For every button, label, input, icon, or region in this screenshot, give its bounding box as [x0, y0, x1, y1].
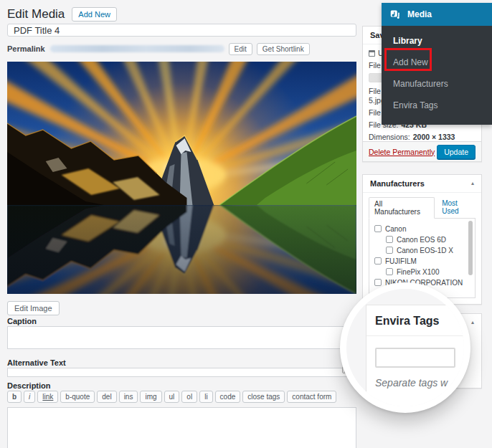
menu-header-label: Media	[407, 9, 432, 19]
sunset-lake-image	[7, 62, 356, 294]
manufacturer-label: Canon EOS-1D X	[397, 247, 453, 254]
update-button[interactable]: Update	[437, 145, 476, 159]
tab-most-used[interactable]: Most Used	[442, 199, 476, 218]
manufacturer-label: FinePix X100	[397, 268, 439, 276]
quicktags-toolbar: b i link b-quote del ins img ul ol li co…	[7, 391, 336, 403]
menu-item-envira-tags[interactable]: Envira Tags	[382, 95, 492, 116]
magnified-panel-title: Envira Tags	[366, 305, 470, 336]
calendar-icon	[369, 50, 375, 57]
menu-item-manufacturers[interactable]: Manufacturers	[382, 73, 492, 95]
checkbox[interactable]	[386, 247, 393, 254]
permalink-row: Permalink Edit Get Shortlink	[7, 43, 310, 54]
manufacturers-panel-header[interactable]: Manufacturers ▴	[363, 175, 481, 193]
magnified-hint-text: Separate tags w	[375, 377, 470, 389]
permalink-edit-button[interactable]: Edit	[229, 43, 252, 55]
qt-bquote-button[interactable]: b-quote	[60, 391, 95, 403]
qt-code-button[interactable]: code	[215, 391, 241, 403]
qt-ins-button[interactable]: ins	[119, 391, 138, 403]
media-image-preview	[7, 62, 356, 294]
save-panel-footer: Delete Permanently Update	[363, 141, 481, 161]
manufacturer-row: Canon EOS 6D	[386, 234, 475, 244]
qt-contact-form-button[interactable]: contact form	[287, 391, 336, 403]
qt-li-button[interactable]: li	[199, 391, 212, 403]
description-textarea[interactable]	[7, 407, 356, 448]
caption-label: Caption	[7, 317, 37, 325]
checkbox[interactable]	[374, 279, 382, 286]
add-new-button[interactable]: Add New	[72, 7, 117, 22]
manufacturer-row: FUJIFILM	[374, 256, 475, 266]
edit-media-screen: Edit Media Add New Permalink Edit Get Sh…	[0, 0, 492, 448]
manufacturer-row: Canon	[374, 224, 475, 234]
manufacturer-row: Canon EOS-1D X	[386, 245, 475, 255]
checkbox[interactable]	[386, 268, 393, 275]
magnified-envira-tags-panel: Envira Tags Separate tags w	[366, 305, 470, 413]
dimensions-label: Dimensions:	[369, 133, 410, 141]
menu-header-media[interactable]: Media	[382, 3, 492, 26]
qt-del-button[interactable]: del	[97, 391, 116, 403]
tab-all-manufacturers[interactable]: All Manufacturers	[369, 197, 435, 219]
get-shortlink-button[interactable]: Get Shortlink	[257, 43, 310, 55]
magnified-tags-input[interactable]	[375, 348, 455, 368]
caption-textarea[interactable]	[7, 326, 356, 349]
alt-text-label: Alternative Text	[7, 358, 66, 367]
manufacturers-tabs: All Manufacturers Most Used	[369, 197, 476, 218]
collapse-arrow-icon[interactable]: ▴	[471, 181, 474, 186]
collapse-arrow-icon[interactable]: ▴	[471, 320, 474, 325]
menu-item-library[interactable]: Library	[382, 30, 492, 52]
qt-link-button[interactable]: link	[37, 391, 58, 403]
menu-item-add-new[interactable]: Add New	[382, 52, 492, 73]
menu-body: Library Add New Manufacturers Envira Tag…	[382, 26, 492, 125]
checkbox[interactable]	[374, 225, 382, 232]
checkbox[interactable]	[386, 236, 393, 243]
magnifier-callout: Envira Tags Separate tags w	[340, 282, 470, 413]
media-icon	[390, 9, 401, 20]
manufacturer-label: Canon EOS 6D	[397, 236, 446, 244]
list-scrollbar[interactable]	[468, 221, 473, 295]
manufacturers-panel-title: Manufacturers	[370, 179, 425, 188]
qt-ol-button[interactable]: ol	[181, 391, 197, 403]
qt-italic-button[interactable]: i	[24, 391, 35, 403]
scrollbar-thumb[interactable]	[468, 221, 473, 275]
manufacturer-row: FinePix X100	[386, 267, 475, 277]
page-title: Edit Media	[7, 7, 65, 22]
manufacturer-label: Canon	[385, 225, 406, 233]
media-title-input[interactable]	[7, 24, 356, 37]
qt-ul-button[interactable]: ul	[164, 391, 180, 403]
qt-close-tags-button[interactable]: close tags	[242, 391, 285, 403]
description-label: Description	[7, 381, 51, 390]
page-header: Edit Media Add New	[7, 7, 117, 22]
manufacturer-label: FUJIFILM	[385, 257, 417, 265]
qt-bold-button[interactable]: b	[7, 391, 22, 403]
permalink-url-blurred	[50, 45, 224, 52]
checkbox[interactable]	[374, 257, 382, 264]
dimensions-value: 2000 × 1333	[413, 133, 455, 141]
qt-img-button[interactable]: img	[140, 391, 161, 403]
edit-image-button[interactable]: Edit Image	[7, 301, 60, 315]
delete-permanently-link[interactable]: Delete Permanently	[369, 148, 435, 156]
alt-text-input[interactable]	[7, 368, 356, 377]
permalink-label: Permalink	[7, 44, 45, 53]
admin-media-flyout-menu: Media Library Add New Manufacturers Envi…	[382, 3, 492, 125]
